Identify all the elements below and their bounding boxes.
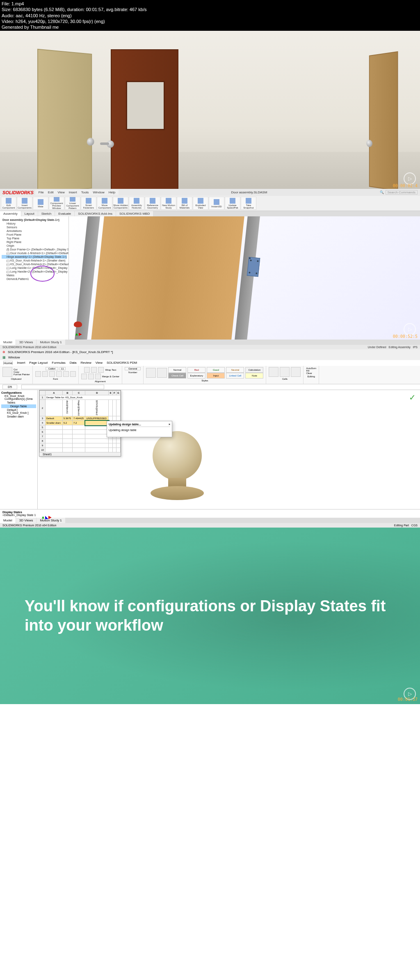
align-center-button[interactable] <box>88 374 94 379</box>
tab-assembly[interactable]: Assembly <box>0 211 21 216</box>
btn-instant3d[interactable]: Instant3D <box>209 197 224 210</box>
format-cells-button[interactable] <box>291 367 301 377</box>
tree-item-circled[interactable]: (-) Long Handle<2> (Default<<Default>_Di… <box>2 270 67 273</box>
conditional-formatting-button[interactable] <box>146 368 156 378</box>
tree-item[interactable]: (f) Door Frame<1> (Default<<Default>_Dis… <box>2 248 67 251</box>
tab-layout[interactable]: Layout <box>21 211 38 216</box>
menu-tools[interactable]: Tools <box>81 190 89 194</box>
clear-button[interactable]: Clear <box>306 372 316 374</box>
style-neutral[interactable]: Neutral <box>226 367 244 373</box>
insert-cells-button[interactable] <box>269 367 278 377</box>
tree-sensors[interactable]: Sensors <box>2 225 67 229</box>
tree-root[interactable]: KS_Door_Knob Configuration(s) (Sma <box>1 394 36 401</box>
btn-assembly-features[interactable]: Assembly Features <box>129 197 144 210</box>
cell-reference[interactable]: D5 <box>2 385 17 389</box>
formula-input[interactable] <box>21 385 104 389</box>
checkmark-icon[interactable]: ✓ <box>409 392 416 402</box>
menu-window[interactable]: Window <box>93 190 104 194</box>
bottab-model[interactable]: Model <box>0 340 16 345</box>
config-tree[interactable]: Configurations KS_Door_Knob Configuratio… <box>0 390 38 509</box>
tree-tables[interactable]: Tables <box>1 401 36 404</box>
fill-color-button[interactable] <box>63 371 69 377</box>
search-icon[interactable]: 🔍 <box>380 190 384 194</box>
merge-center-button[interactable]: Merge & Center <box>102 375 119 378</box>
delete-cells-button[interactable] <box>280 367 290 377</box>
tree-origin[interactable]: Origin <box>2 244 67 248</box>
number-format-select[interactable]: General <box>125 367 141 370</box>
bottab-motion[interactable]: Motion Study 1 <box>37 340 65 345</box>
tree-item-selected[interactable]: Hinge assembly<1> (Default<Display State… <box>2 255 67 259</box>
btn-smart-fasteners[interactable]: Smart Fasteners <box>81 197 96 210</box>
btn-mate[interactable]: Mate <box>33 197 48 210</box>
ribtab-home[interactable]: Home <box>3 361 13 365</box>
play-overlay-icon[interactable]: ▷ <box>404 323 416 335</box>
menu-file[interactable]: File <box>39 190 44 194</box>
btn-preview-window[interactable]: Component Preview Window <box>49 197 64 210</box>
btn-linear-pattern[interactable]: Linear Component Pattern <box>65 197 80 210</box>
style-note[interactable]: Note <box>245 373 263 379</box>
btn-insert-components[interactable]: Insert Components <box>17 197 32 210</box>
btn-snapshot[interactable]: Take Snapshot <box>241 197 256 210</box>
italic-button[interactable] <box>42 371 48 377</box>
sheet-tab[interactable]: Sheet1 <box>39 452 121 456</box>
font-name-select[interactable]: Calibri <box>46 367 58 370</box>
feature-tree[interactable]: Door assembly (Default<Display State-1>)… <box>0 216 69 340</box>
ribtab-data[interactable]: Data <box>70 361 77 365</box>
btn-bom[interactable]: Bill of Materials <box>177 197 192 210</box>
disp-item[interactable]: <Default>_Display State 1 <box>2 514 418 516</box>
align-mid-button[interactable] <box>91 367 97 373</box>
format-painter-button[interactable]: Format Painter <box>14 373 30 376</box>
font-color-button[interactable] <box>70 371 76 377</box>
tree-front-plane[interactable]: Front Plane <box>2 233 67 236</box>
menu-edit[interactable]: Edit <box>48 190 54 194</box>
tree-design-table-selected[interactable]: Design Table <box>1 404 36 408</box>
ribtab-pdm[interactable]: SOLIDWORKS PDM <box>107 361 137 365</box>
align-bot-button[interactable] <box>98 367 104 373</box>
tree-item[interactable]: (-) Door module-1-finished<1> (Default<<… <box>2 251 67 255</box>
bold-button[interactable] <box>35 371 41 377</box>
bottab-3dviews[interactable]: 3D Views <box>16 518 37 523</box>
format-as-table-button[interactable] <box>157 368 167 378</box>
viewport-3d[interactable]: ▲▶ ▷ 00:00:52:5 <box>69 216 420 340</box>
close-icon[interactable]: × <box>169 423 170 426</box>
underline-button[interactable] <box>49 371 55 377</box>
style-bad[interactable]: Bad <box>187 367 205 373</box>
btn-motion-study[interactable]: New Motion Study <box>161 197 176 210</box>
btn-edit-component[interactable]: Edit Component <box>1 197 16 210</box>
style-good[interactable]: Good <box>207 367 225 373</box>
search-box[interactable]: Search Commands <box>386 190 418 195</box>
align-top-button[interactable] <box>84 367 90 373</box>
style-input[interactable]: Input <box>207 373 225 379</box>
style-check-cell[interactable]: Check Cell <box>168 373 186 379</box>
ribtab-page-layout[interactable]: Page Layout <box>29 361 48 365</box>
style-normal[interactable]: Normal <box>168 367 186 373</box>
menu-view[interactable]: View <box>57 190 64 194</box>
ribtab-review[interactable]: Review <box>81 361 91 365</box>
btn-move-component[interactable]: Move Component <box>97 197 112 210</box>
tree-history[interactable]: History <box>2 222 67 225</box>
font-size-select[interactable]: 11 <box>59 367 66 370</box>
tab-addins[interactable]: SOLIDWORKS Add-Ins <box>75 211 116 216</box>
tree-annotations[interactable]: Annotations <box>2 229 67 233</box>
tab-mbd[interactable]: SOLIDWORKS MBD <box>116 211 153 216</box>
tree-item[interactable]: (-) KS_Door_Knob-finished<2> (Default<<D… <box>2 262 67 266</box>
tree-config-default[interactable]: Default [ KS_Door_Knob ] <box>1 408 36 415</box>
tree-root[interactable]: Door assembly (Default<Display State-1>) <box>2 218 67 222</box>
paste-button[interactable] <box>2 367 12 377</box>
active-cell[interactable] <box>85 421 109 425</box>
btn-speedpak[interactable]: Update SpeedPak <box>225 197 240 210</box>
ribtab-view[interactable]: View <box>96 361 103 365</box>
btn-exploded-view[interactable]: Exploded View <box>193 197 208 210</box>
btn-reference-geometry[interactable]: Reference Geometry <box>145 197 160 210</box>
btn-show-hidden[interactable]: Show Hidden Components <box>113 197 128 210</box>
ribtab-insert[interactable]: Insert <box>17 361 25 365</box>
style-calculation[interactable]: Calculation <box>245 367 263 373</box>
align-left-button[interactable] <box>81 374 87 379</box>
sheet-title[interactable]: Design Table for: KS_Door_Knob <box>46 395 121 400</box>
border-button[interactable] <box>56 371 62 377</box>
tab-evaluate[interactable]: Evaluate <box>55 211 74 216</box>
bottab-model[interactable]: Model <box>0 518 16 523</box>
menu-help[interactable]: Help <box>109 190 115 194</box>
tree-right-plane[interactable]: Right Plane <box>2 240 67 244</box>
tree-config-smaller[interactable]: Smaller diam <box>1 415 36 418</box>
